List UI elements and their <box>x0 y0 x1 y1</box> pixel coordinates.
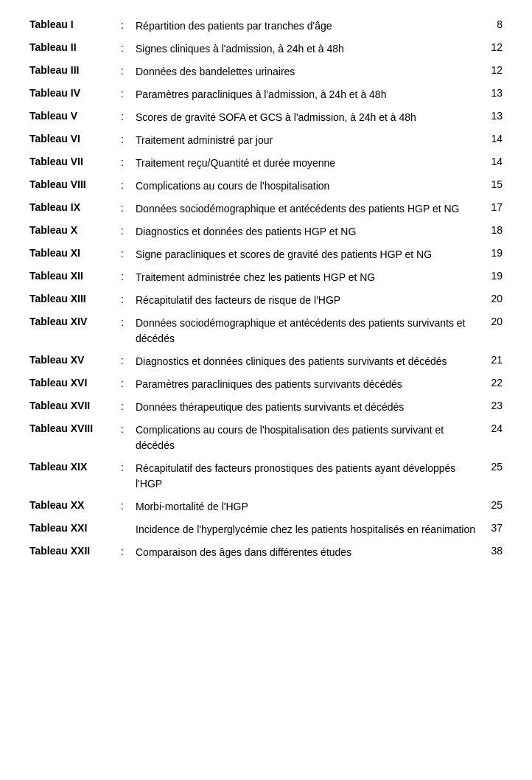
table-row: Tableau XX:Morbi-mortalité de l'HGP25 <box>29 495 503 518</box>
table-row: Tableau VI:Traitement administré par jou… <box>29 129 503 152</box>
toc-label: Tableau VII <box>29 156 118 167</box>
toc-colon: : <box>121 133 133 145</box>
toc-description: Signes cliniques à l'admission, à 24h et… <box>136 41 477 57</box>
toc-description: Traitement administrée chez les patients… <box>136 270 477 285</box>
toc-colon: : <box>121 377 133 389</box>
toc-page-number: 8 <box>480 18 503 30</box>
table-row: Tableau XXIIncidence de l'hyperglycémie … <box>29 518 503 541</box>
toc-page-number: 14 <box>480 156 503 167</box>
toc-description: Incidence de l'hyperglycémie chez les pa… <box>136 522 477 537</box>
toc-description: Traitement administré par jour <box>136 133 477 148</box>
table-row: Tableau I:Répartition des patients par t… <box>29 15 503 38</box>
toc-colon: : <box>121 545 133 557</box>
toc-description: Récapitulatif des facteurs pronostiques … <box>136 461 477 492</box>
toc-description: Diagnostics et données des patients HGP … <box>136 224 477 240</box>
toc-colon: : <box>121 422 133 435</box>
toc-label: Tableau XIII <box>29 293 118 304</box>
toc-colon: : <box>121 110 133 122</box>
toc-label: Tableau XVIII <box>29 422 118 434</box>
table-of-contents: Tableau I:Répartition des patients par t… <box>29 15 503 564</box>
toc-label: Tableau XVI <box>29 377 118 389</box>
toc-description: Complications au cours de l'hospitalisat… <box>136 178 477 194</box>
table-row: Tableau XV:Diagnostics et données cliniq… <box>29 350 503 373</box>
toc-colon: : <box>121 41 133 54</box>
toc-colon: : <box>121 400 133 412</box>
toc-colon: : <box>121 156 133 168</box>
toc-page-number: 13 <box>480 87 503 99</box>
toc-label: Tableau XII <box>29 270 118 282</box>
toc-colon: : <box>121 87 133 100</box>
toc-description: Signe paracliniques et scores de gravité… <box>136 247 477 262</box>
toc-description: Diagnostics et données cliniques des pat… <box>136 354 477 369</box>
toc-label: Tableau XIV <box>29 316 118 327</box>
toc-page-number: 17 <box>480 201 503 213</box>
table-row: Tableau III:Données des bandelettes urin… <box>29 60 503 83</box>
toc-page-number: 12 <box>480 64 503 76</box>
toc-description: Données sociodémographique et antécédent… <box>136 201 477 217</box>
toc-page-number: 13 <box>480 110 503 122</box>
toc-description: Récapitulatif des facteurs de risque de … <box>136 293 477 308</box>
table-row: Tableau XIII:Récapitulatif des facteurs … <box>29 289 503 312</box>
toc-colon: : <box>121 247 133 260</box>
toc-description: Paramètres paracliniques à l'admission, … <box>136 87 477 102</box>
toc-label: Tableau XXI <box>29 522 118 534</box>
toc-colon: : <box>121 293 133 305</box>
table-row: Tableau XVIII:Complications au cours de … <box>29 419 503 457</box>
toc-description: Morbi-mortalité de l'HGP <box>136 499 477 515</box>
toc-label: Tableau XIX <box>29 461 118 473</box>
toc-page-number: 15 <box>480 178 503 190</box>
toc-colon: : <box>121 178 133 191</box>
toc-description: Comparaison des âges dans différentes ét… <box>136 545 477 560</box>
table-row: Tableau VIII:Complications au cours de l… <box>29 175 503 198</box>
toc-label: Tableau IX <box>29 201 118 213</box>
toc-page-number: 22 <box>480 377 503 389</box>
table-row: Tableau XIV:Données sociodémographique e… <box>29 312 503 350</box>
table-row: Tableau XVII:Données thérapeutique des p… <box>29 396 503 419</box>
toc-page-number: 19 <box>480 270 503 282</box>
toc-label: Tableau V <box>29 110 118 122</box>
table-row: Tableau XI:Signe paracliniques et scores… <box>29 243 503 266</box>
toc-label: Tableau I <box>29 18 118 30</box>
toc-description: Traitement reçu/Quantité et durée moyenn… <box>136 156 477 171</box>
toc-page-number: 37 <box>480 522 503 534</box>
toc-page-number: 25 <box>480 461 503 473</box>
table-row: Tableau XIX:Récapitulatif des facteurs p… <box>29 457 503 495</box>
toc-colon: : <box>121 461 133 473</box>
toc-label: Tableau VIII <box>29 178 118 190</box>
table-row: Tableau X:Diagnostics et données des pat… <box>29 220 503 243</box>
toc-colon: : <box>121 201 133 214</box>
toc-colon: : <box>121 354 133 366</box>
toc-label: Tableau II <box>29 41 118 53</box>
table-row: Tableau XII:Traitement administrée chez … <box>29 266 503 289</box>
toc-label: Tableau XVII <box>29 400 118 411</box>
toc-label: Tableau VI <box>29 133 118 144</box>
toc-page-number: 21 <box>480 354 503 366</box>
toc-colon: : <box>121 316 133 328</box>
toc-label: Tableau XV <box>29 354 118 366</box>
table-row: Tableau XVI:Paramètres paracliniques des… <box>29 373 503 396</box>
toc-page-number: 38 <box>480 545 503 557</box>
toc-description: Paramètres paracliniques des patients su… <box>136 377 477 392</box>
toc-colon: : <box>121 270 133 282</box>
toc-page-number: 20 <box>480 316 503 327</box>
table-row: Tableau IV:Paramètres paracliniques à l'… <box>29 83 503 106</box>
toc-page-number: 14 <box>480 133 503 144</box>
toc-colon: : <box>121 64 133 77</box>
toc-colon: : <box>121 18 133 31</box>
toc-page-number: 19 <box>480 247 503 259</box>
table-row: Tableau II:Signes cliniques à l'admissio… <box>29 38 503 60</box>
table-row: Tableau V:Scores de gravité SOFA et GCS … <box>29 106 503 129</box>
table-row: Tableau VII:Traitement reçu/Quantité et … <box>29 152 503 175</box>
toc-page-number: 23 <box>480 400 503 411</box>
toc-page-number: 18 <box>480 224 503 236</box>
toc-label: Tableau XX <box>29 499 118 511</box>
toc-colon: : <box>121 499 133 512</box>
table-row: Tableau IX:Données sociodémographique et… <box>29 198 503 220</box>
toc-label: Tableau X <box>29 224 118 236</box>
toc-page-number: 24 <box>480 422 503 434</box>
toc-description: Données des bandelettes urinaires <box>136 64 477 80</box>
toc-label: Tableau XXII <box>29 545 118 557</box>
toc-description: Complications au cours de l'hospitalisat… <box>136 422 477 453</box>
toc-page-number: 25 <box>480 499 503 511</box>
toc-description: Données sociodémographique et antécédent… <box>136 316 477 347</box>
